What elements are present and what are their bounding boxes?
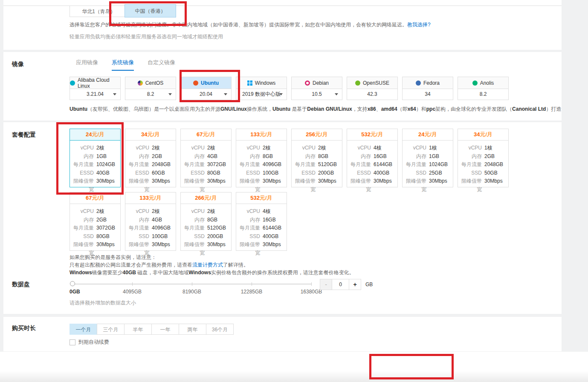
slider-tick xyxy=(192,282,192,286)
region-tab-qingdao[interactable]: 华北1（青岛） xyxy=(70,6,128,17)
plan-card[interactable]: 256元/月 vCPU2核内存8GB每月流量5120GBESSD200GB限峰值… xyxy=(291,129,342,187)
spec-row: 每月流量4096GB xyxy=(236,161,287,169)
spec-row: 限峰值带宽30Mbps xyxy=(347,177,397,194)
os-version-dropdown[interactable]: 2019 数据中心版 xyxy=(236,89,287,100)
os-version-dropdown[interactable]: 8.2 xyxy=(125,89,176,100)
opensuse-icon xyxy=(355,80,360,86)
os-version-dropdown[interactable]: 20.04 xyxy=(181,89,231,100)
plan-card[interactable]: 24元/月 vCPU1核内存1GB每月流量1024GBSSD25GB限峰值带宽3… xyxy=(402,129,453,187)
spec-row: vCPU2核 xyxy=(292,144,342,152)
plan-price: 24 xyxy=(86,131,92,138)
dropdown-caret-icon xyxy=(168,93,172,95)
region-tab-hongkong[interactable]: 中国（香港） xyxy=(125,4,176,17)
os-version-dropdown[interactable]: 42.3 xyxy=(347,89,397,100)
plan-price-unit: 元/月 xyxy=(147,131,160,138)
plan-price: 133 xyxy=(139,195,149,201)
os-card-debian[interactable]: Debian 10.5 xyxy=(291,77,342,100)
image-tab-2[interactable]: 自定义镜像 xyxy=(148,59,175,71)
os-card-anolis[interactable]: Anolis 8.2 xyxy=(458,77,509,100)
stepper-plus-button[interactable]: + xyxy=(349,279,361,290)
duration-option-2[interactable]: 半年 xyxy=(124,324,152,335)
os-name: OpenSUSE xyxy=(363,80,389,86)
plan-price-unit: 元/月 xyxy=(260,195,272,201)
duration-option-4[interactable]: 两年 xyxy=(179,324,206,335)
duration-option-5[interactable]: 36个月 xyxy=(206,324,234,335)
fedora-icon xyxy=(416,80,421,86)
auto-renew-checkbox[interactable] xyxy=(70,339,75,345)
checkout-bar: 配置费用 CN¥24.00 ? 立即购买 加入购物车 xyxy=(0,351,588,382)
spec-row: 每月流量4096GB xyxy=(125,224,176,233)
image-tab-0[interactable]: 应用镜像 xyxy=(76,59,98,71)
spec-row: 限峰值带宽30Mbps xyxy=(292,177,342,194)
plan-card[interactable]: 67元/月 vCPU2核内存2GB每月流量3072GBSSD80GB限峰值带宽3… xyxy=(70,192,121,251)
os-card-centos[interactable]: CentOS 8.2 xyxy=(125,77,176,100)
os-version: 2019 数据中心版 xyxy=(242,91,281,97)
plan-card[interactable]: 24元/月 vCPU2核内存1GB每月流量1024GBESSD40GB限峰值带宽… xyxy=(70,129,121,187)
os-card-row: Alibaba Cloud Linux 3.21.04 CentOS 8.2 U… xyxy=(70,77,509,100)
alibaba-icon xyxy=(70,80,75,86)
os-name: Windows xyxy=(255,80,276,86)
centos-icon xyxy=(138,80,143,86)
spec-row: ESSD40GB xyxy=(70,169,120,178)
os-version-dropdown[interactable]: 34 xyxy=(403,89,453,100)
data-disk-slider-track[interactable] xyxy=(72,284,311,284)
traffic-billing-link[interactable]: 流量计费方式 xyxy=(192,262,223,268)
os-version-dropdown[interactable]: 8.2 xyxy=(458,89,508,100)
duration-option-0[interactable]: 一个月 xyxy=(70,324,97,335)
spec-row: 每月流量5120GB xyxy=(292,161,342,169)
plan-card[interactable]: 34元/月 vCPU1核内存2GB每月流量2048GBSSD50GB限峰值带宽3… xyxy=(458,129,509,187)
image-tab-1[interactable]: 系统镜像 xyxy=(112,59,134,71)
plan-price-unit: 元/月 xyxy=(92,131,104,138)
spec-row: SSD100GB xyxy=(125,233,176,241)
spec-row: 每月流量6144GB xyxy=(236,224,287,233)
slider-tick-label: 8190GB xyxy=(182,289,201,295)
spec-row: SSD400GB xyxy=(236,233,287,241)
os-version: 3.21.04 xyxy=(87,91,104,97)
region-lb-note: 轻量应用负载均衡必须和轻量应用服务器选在同一地域才能搭配使用 xyxy=(70,33,223,40)
os-version-dropdown[interactable]: 3.21.04 xyxy=(70,89,120,100)
plan-price: 34 xyxy=(141,131,147,138)
plan-price: 532 xyxy=(250,195,260,201)
spec-row: 限峰值带宽30Mbps xyxy=(403,177,453,194)
plan-notes: 如果您购买的是服务器实例，请注意：只有超出配额的公网出流量才会产生额外费用，请查… xyxy=(70,253,354,276)
plan-card[interactable]: 34元/月 vCPU2核内存2GB每月流量2048GBESSD60GB限峰值带宽… xyxy=(125,129,176,187)
plan-card[interactable]: 133元/月 vCPU2核内存8GB每月流量4096GBESSD100GB限峰值… xyxy=(236,129,287,187)
plan-card[interactable]: 532元/月 vCPU4核内存16GB每月流量6144GBSSD400GB限峰值… xyxy=(236,192,287,251)
image-tabs: 应用镜像系统镜像自定义镜像 xyxy=(76,59,175,71)
plan-price-unit: 元/月 xyxy=(480,131,492,138)
os-version: 42.3 xyxy=(367,91,377,97)
duration-option-1[interactable]: 三个月 xyxy=(97,324,125,335)
spec-row: 每月流量1024GB xyxy=(70,161,120,169)
plan-card[interactable]: 67元/月 vCPU2核内存4GB每月流量3072GBESSD80GB限峰值带宽… xyxy=(180,129,232,187)
plan-price: 133 xyxy=(250,131,260,138)
os-card-ubuntu[interactable]: Ubuntu 20.04 xyxy=(180,77,232,100)
purchase-page: 华北1（青岛）中国（香港） 选择靠近您客户的地域可提高网络访问速度。非中国内地地… xyxy=(0,0,588,382)
plan-card[interactable]: 532元/月 vCPU4核内存16GB每月流量6144GBESSD400GB限峰… xyxy=(347,129,398,187)
spec-row: 内存4GB xyxy=(125,216,176,224)
duration-option-3[interactable]: 一年 xyxy=(151,324,179,335)
spec-row: 每月流量5120GB xyxy=(181,224,231,233)
spec-row: vCPU1核 xyxy=(458,144,508,152)
data-disk-tick-labels: 0GB4095GB8190GB12285GB16380GB xyxy=(72,289,328,295)
data-disk-slider-handle[interactable] xyxy=(70,281,75,286)
inline-link[interactable]: 教我选择? xyxy=(407,22,431,28)
os-card-windows[interactable]: Windows 2019 数据中心版 xyxy=(236,77,287,100)
os-version-dropdown[interactable]: 10.5 xyxy=(292,89,342,100)
os-card-opensuse[interactable]: OpenSUSE 42.3 xyxy=(347,77,398,100)
plan-note-line: 如果您购买的是服务器实例，请注意： xyxy=(70,253,354,261)
plan-card[interactable]: 266元/月 vCPU2核内存8GB每月流量5120GBSSD200GB限峰值带… xyxy=(180,192,232,251)
os-card-alibaba-cloud-linux[interactable]: Alibaba Cloud Linux 3.21.04 xyxy=(70,77,121,100)
os-version: 8.2 xyxy=(480,91,487,97)
plan-card[interactable]: 133元/月 vCPU2核内存4GB每月流量4096GBSSD100GB限峰值带… xyxy=(125,192,176,251)
stepper-value[interactable]: 0 xyxy=(332,279,349,290)
slider-tick xyxy=(311,282,312,286)
spec-row: vCPU2核 xyxy=(181,144,231,152)
os-name: CentOS xyxy=(145,80,164,86)
stepper-minus-button[interactable]: - xyxy=(320,279,332,290)
plan-price-unit: 元/月 xyxy=(371,131,383,138)
spec-row: vCPU2核 xyxy=(70,207,120,216)
region-section: 华北1（青岛）中国（香港） 选择靠近您客户的地域可提高网络访问速度。非中国内地地… xyxy=(3,0,562,50)
os-card-fedora[interactable]: Fedora 34 xyxy=(402,77,453,100)
spec-row: vCPU2核 xyxy=(181,207,231,216)
plan-row-1: 24元/月 vCPU2核内存1GB每月流量1024GBESSD40GB限峰值带宽… xyxy=(70,129,509,187)
